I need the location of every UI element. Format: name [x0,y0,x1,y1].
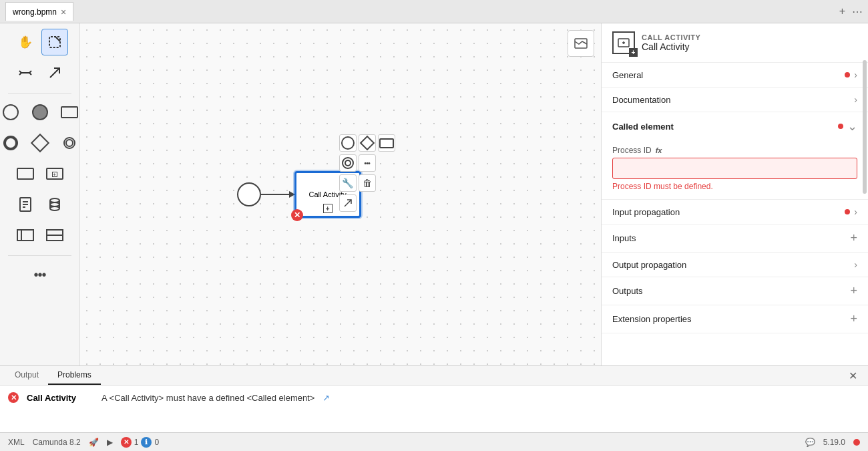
lasso-tool-button[interactable] [41,29,68,55]
output-tab[interactable]: Output [5,366,48,385]
inputs-section[interactable]: Inputs + [602,224,868,253]
left-toolbar: ✋ [0,23,80,365]
ft-dots-button[interactable]: ••• [359,154,376,172]
svg-line-22 [345,200,351,206]
main-area: ✋ [0,23,868,365]
documentation-section[interactable]: Documentation › [602,88,868,112]
subprocess-button[interactable]: + [41,160,68,187]
outputs-add-icon[interactable]: + [850,284,857,298]
lane-button[interactable] [41,222,68,249]
start-event-shape[interactable] [237,182,261,206]
diamond-shape-icon [30,134,49,152]
documentation-label: Documentation [612,95,670,105]
process-id-label-text: Process ID [612,146,652,155]
space-tool-button[interactable] [12,59,39,86]
panel-header-text: CALL ACTIVITY Call Activity [642,33,700,52]
input-propagation-section[interactable]: Input propagation › [602,200,868,224]
toolbar-divider-2 [8,255,71,256]
sequence-flow-1[interactable] [261,194,294,195]
ft-actions-row: 🔧 🗑 [339,174,395,192]
general-section[interactable]: General › [602,63,868,88]
shape-row-3: + [12,160,68,187]
ft-int-inner-icon [345,160,351,166]
ft-diamond-button[interactable] [359,134,376,152]
tab-close-button[interactable]: × [61,7,66,17]
diamond-shape-button[interactable] [27,130,53,156]
shape-row-2 [0,130,83,156]
task-shape-button[interactable] [12,160,39,187]
version-label: Camunda 8.2 [33,438,81,447]
problem-error-icon: ✕ [8,392,19,403]
more-shapes-button[interactable]: ••• [27,261,53,288]
svg-line-7 [50,68,59,78]
output-propagation-section[interactable]: Output propagation › [602,253,868,277]
inputs-add-icon[interactable]: + [850,231,857,245]
ft-arrow-row [339,194,395,212]
doc-shape-button[interactable] [12,191,39,218]
circle-shadow-shape-button[interactable] [27,99,53,126]
ft-connect-button[interactable] [339,194,357,212]
version-status: Camunda 8.2 [33,438,81,447]
problem-row: ✕ Call Activity A <Call Activity> must h… [8,390,860,406]
shape-row-more: ••• [27,261,53,288]
error-indicator[interactable]: ✕ 1 ℹ 0 [121,437,159,448]
rect-shape-icon [61,106,78,118]
rect-shape-button[interactable] [56,99,83,126]
circle-int-button[interactable] [56,130,83,156]
format-label: XML [8,438,25,447]
panel-element-type: CALL ACTIVITY [642,33,700,41]
shape-row-4 [12,191,68,218]
comment-icon[interactable]: 💬 [805,438,815,447]
play-button[interactable]: ▶ [107,438,113,447]
input-propagation-chevron: › [854,206,857,217]
add-tab-button[interactable]: + [839,5,845,18]
circle-shape-icon [3,104,19,120]
title-bar-actions: + ⋯ [839,5,863,18]
outputs-label: Outputs [612,286,643,296]
deploy-icon-btn[interactable]: 🚀 [89,438,99,447]
called-element-header[interactable]: Called element ⌄ [602,112,868,140]
db-shape-button[interactable] [41,191,68,218]
minimap-button[interactable] [568,30,594,57]
connect-tool-button[interactable] [41,59,68,86]
extension-properties-section[interactable]: Extension properties + [602,305,868,333]
error-count-badge: ✕ [121,437,132,448]
ft-rect-button[interactable] [378,134,395,152]
tab-label: wrong.bpmn [13,7,57,17]
documentation-chevron: › [854,94,857,105]
general-dot [845,72,850,78]
ft-delete-button[interactable]: 🗑 [359,174,376,192]
hand-tool-button[interactable]: ✋ [12,29,39,55]
process-id-input[interactable] [612,158,857,179]
pool-button[interactable] [12,222,39,249]
more-options-button[interactable]: ⋯ [852,5,863,18]
svg-point-16 [50,202,59,206]
bottom-close-button[interactable]: ✕ [843,367,863,385]
outputs-section[interactable]: Outputs + [602,277,868,305]
error-badge: ✕ [291,209,303,221]
ft-int-circle-button[interactable] [339,154,357,172]
general-right: › [845,69,857,80]
problems-tab[interactable]: Problems [48,366,101,385]
ft-circle-button[interactable] [339,134,357,152]
ft-rect-icon [379,138,394,148]
panel-header: + CALL ACTIVITY Call Activity [602,23,868,63]
tool-row-secondary [12,59,68,86]
file-tab[interactable]: wrong.bpmn × [5,2,73,21]
circle-shape-button[interactable] [0,99,24,126]
right-panel: + CALL ACTIVITY Call Activity General › … [601,23,868,365]
panel-scrollbar[interactable] [863,60,867,194]
ft-wrench-button[interactable]: 🔧 [339,174,357,192]
circle-thick-button[interactable] [0,130,24,156]
panel-icon-badge: + [629,48,638,57]
extension-properties-add-icon[interactable]: + [850,312,857,326]
output-propagation-label: Output propagation [612,260,686,270]
circle-int-inner-icon [65,139,73,147]
ft-shapes-row2: ••• [339,154,395,172]
status-bar: XML Camunda 8.2 🚀 ▶ ✕ 1 ℹ 0 💬 5.19.0 [0,432,868,451]
circle-shadow-icon [32,104,48,120]
subprocess-icon: + [46,168,63,180]
problem-link[interactable]: ↗ [322,393,330,403]
called-element-chevron: ⌄ [847,119,857,134]
canvas-area[interactable]: Call Activity + ✕ [80,23,601,365]
